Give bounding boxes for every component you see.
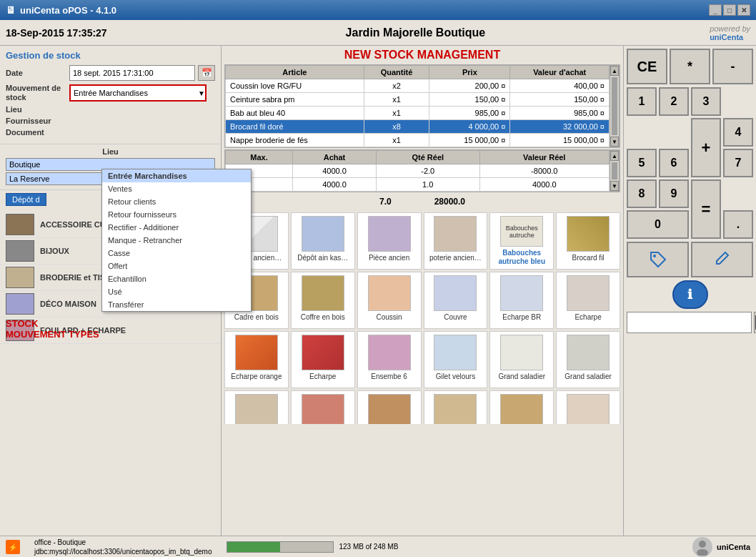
product-cell[interactable]: poterie ancien…	[424, 212, 488, 270]
product-cell[interactable]: Gilet velours	[424, 331, 488, 388]
product-thumb	[368, 335, 411, 370]
num-5-button[interactable]: 5	[627, 149, 657, 177]
product-cell[interactable]: Echarpe BR	[489, 272, 554, 329]
num-1-button[interactable]: 1	[627, 87, 657, 116]
minus-button[interactable]: -	[712, 49, 753, 84]
movement-dropdown[interactable]: Entrée Marchandises	[69, 84, 207, 102]
product-cell[interactable]: Panneau BR	[556, 390, 620, 424]
num-2-button[interactable]: 2	[659, 87, 689, 116]
dropdown-item-retour-clients[interactable]: Retour clients	[102, 195, 251, 208]
numpad-main-grid: 1 2 3 + 4 5 6 7 8 9 = 0 .	[627, 87, 753, 239]
scroll-down-button[interactable]: ▼	[610, 181, 619, 191]
scroll-up-button[interactable]: ▲	[610, 151, 619, 161]
product-cell[interactable]: Echarpe	[291, 331, 355, 388]
category-item[interactable]: FOULARD + ECHARPE	[0, 317, 221, 344]
scroll-thumb[interactable]	[612, 77, 617, 135]
product-cell[interactable]: Hayek en soie	[224, 390, 289, 424]
dropdown-item-rectifier[interactable]: Rectifier - Additioner	[102, 221, 251, 234]
dropdown-item-manque[interactable]: Manque - Retrancher	[102, 234, 251, 247]
num-7-button[interactable]: 7	[723, 149, 753, 177]
dropdown-item-transferer[interactable]: Transférer	[102, 298, 251, 311]
num-0-button[interactable]: 0	[627, 210, 689, 239]
dropdown-item-retour-fourn[interactable]: Retour fournisseurs	[102, 208, 251, 221]
product-cell[interactable]: Ensembe 6	[357, 331, 422, 388]
table-row[interactable]: Nappe broderie de fés x1 15 000,00 ¤ 15 …	[226, 134, 610, 147]
cell-valeur: 4000.0	[479, 178, 609, 192]
product-name: Gilet velours	[436, 373, 476, 381]
num-4-button[interactable]: 4	[723, 118, 753, 147]
product-thumb	[368, 216, 411, 252]
plus-button[interactable]: +	[691, 118, 721, 177]
store-name: Jardin Majorelle Boutique	[121, 26, 710, 39]
ce-button[interactable]: CE	[627, 49, 667, 84]
category-thumb	[6, 240, 34, 262]
tag-button[interactable]	[627, 242, 689, 277]
product-cell[interactable]: Echarpe orange	[224, 331, 289, 388]
numpad-top-row: CE * -	[627, 49, 753, 84]
top-strip: 18-Sep-2015 17:35:27 Jardin Majorelle Bo…	[0, 20, 756, 46]
dot-button[interactable]: .	[723, 210, 753, 239]
product-cell[interactable]: Mharma chale	[291, 390, 355, 424]
detail-row[interactable]: 4000.0 -2.0 -8000.0	[226, 164, 610, 178]
dropdown-item-offert[interactable]: Offert	[102, 260, 251, 272]
scroll-thumb[interactable]	[612, 162, 617, 179]
detail-table-area: Max. Achat Qté Réel Valeur Réel 4000.0 -…	[224, 149, 620, 192]
product-cell[interactable]: Babouchesautruche Babouches autruche ble…	[489, 212, 554, 270]
product-cell[interactable]: Nappe	[424, 390, 488, 424]
table-row[interactable]: Ceinture sabra pm x1 150,00 ¤ 150,00 ¤	[226, 93, 610, 107]
cell-valeur: -8000.0	[479, 164, 609, 178]
dropdown-item-ventes[interactable]: Ventes	[102, 182, 251, 195]
product-cell[interactable]: Echarpe	[556, 272, 620, 329]
barcode-input[interactable]	[627, 312, 752, 333]
date-input[interactable]	[69, 65, 195, 81]
pencil-icon	[712, 250, 732, 270]
table-row[interactable]: Coussin love RG/FU x2 200,00 ¤ 400,00 ¤	[226, 79, 610, 93]
scroll-down-button[interactable]: ▼	[610, 137, 619, 147]
product-cell[interactable]: Grand saladier	[556, 331, 620, 388]
num-6-button[interactable]: 6	[659, 149, 689, 177]
table-row-selected[interactable]: Brocard fil doré x8 4 000,00 ¤ 32 000,00…	[226, 120, 610, 134]
calendar-button[interactable]: 📅	[198, 65, 215, 81]
cell-qte: 1.0	[376, 178, 479, 192]
product-thumb	[302, 335, 344, 370]
product-cell[interactable]: Coussin	[357, 272, 422, 329]
detail-scrollbar[interactable]: ▲ ▼	[610, 150, 620, 192]
scroll-up-button[interactable]: ▲	[610, 66, 619, 76]
product-name: Babouches autruche bleu	[492, 249, 552, 266]
category-thumb	[6, 320, 34, 341]
num-8-button[interactable]: 8	[627, 179, 657, 208]
cell-article: Ceinture sabra pm	[226, 93, 364, 107]
equals-button[interactable]: =	[691, 179, 721, 239]
product-cell[interactable]: Pièce ancien	[357, 212, 422, 270]
cell-valeur: 32 000,00 ¤	[510, 120, 610, 134]
maximize-button[interactable]: □	[723, 4, 736, 16]
detail-row[interactable]: 4000.0 1.0 4000.0	[226, 178, 610, 192]
close-button[interactable]: ✕	[737, 4, 750, 16]
dropdown-item-use[interactable]: Usé	[102, 285, 251, 298]
product-thumb	[235, 335, 278, 370]
product-thumb	[500, 335, 543, 370]
dropdown-item-echantillon[interactable]: Echantillon	[102, 272, 251, 285]
product-cell[interactable]: Nappe	[489, 390, 554, 424]
memory-fill	[227, 542, 280, 552]
product-cell[interactable]: Dépôt ain kas…	[291, 212, 355, 270]
minimize-button[interactable]: _	[709, 4, 722, 16]
info-area: ℹ	[627, 280, 753, 309]
multiply-button[interactable]: *	[670, 49, 710, 84]
table-scrollbar[interactable]: ▲ ▼	[610, 65, 620, 147]
num-9-button[interactable]: 9	[659, 179, 689, 208]
store-title-area: Jardin Majorelle Boutique	[121, 26, 710, 39]
num-3-button[interactable]: 3	[691, 87, 721, 116]
depot-button[interactable]: Dépôt d	[6, 193, 46, 206]
product-cell[interactable]: Coffre en bois	[291, 272, 355, 329]
product-cell[interactable]: Couvre	[424, 272, 488, 329]
product-cell[interactable]: Grand saladier	[489, 331, 554, 388]
table-row[interactable]: Bab aut bleu 40 x1 985,00 ¤ 985,00 ¤	[226, 107, 610, 120]
product-thumb	[302, 394, 344, 424]
product-cell[interactable]: Brocard fil	[556, 212, 620, 270]
dropdown-item-entree[interactable]: Entrée Marchandises	[102, 169, 251, 182]
edit-button[interactable]	[691, 242, 753, 277]
product-cell[interactable]: Morceau	[357, 390, 422, 424]
info-button[interactable]: ℹ	[672, 280, 708, 309]
dropdown-item-casse[interactable]: Casse	[102, 247, 251, 260]
